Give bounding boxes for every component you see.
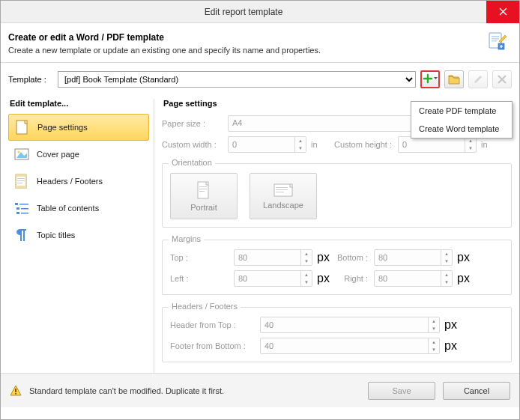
sidebar-title: Edit template... [8,94,149,114]
margin-left-input[interactable]: 80▲▼ [234,270,312,287]
sidebar-item-page-settings[interactable]: Page settings [8,114,149,141]
svg-rect-30 [15,393,16,395]
svg-rect-10 [16,174,26,177]
margin-left-label: Left : [170,274,204,283]
open-folder-button[interactable] [444,70,464,88]
vertical-divider [154,99,154,373]
sidebar-item-topic-titles[interactable]: Topic titles [8,222,149,249]
page-icon [15,120,30,135]
header-section: Create or edit a Word / PDF template Cre… [1,23,519,63]
custom-width-label: Custom width : [162,140,228,149]
svg-rect-17 [16,207,19,210]
template-label: Template : [8,75,53,84]
portrait-icon [196,180,211,200]
pencil-icon [473,74,483,85]
paper-size-label: Paper size : [162,119,228,128]
document-edit-icon [486,31,507,52]
add-template-dropdown: Create PDF template Create Word template [411,101,513,139]
footer-bottom-label: Footer from Bottom : [170,341,260,350]
landscape-button[interactable]: Landscape [250,173,317,219]
svg-rect-27 [276,189,288,190]
svg-rect-24 [199,191,205,192]
close-icon [499,7,507,16]
edit-button [468,70,488,88]
warning-text: Standard template can't be modified. Dup… [29,386,360,395]
pilcrow-icon [14,228,29,243]
svg-point-8 [17,150,19,153]
sidebar-label: Topic titles [37,231,75,240]
image-icon [14,147,29,162]
svg-rect-26 [276,187,288,188]
svg-rect-14 [17,183,22,183]
sidebar-label: Table of contents [37,204,99,213]
toc-icon [14,201,29,216]
group-title: Orientation [169,158,215,167]
margin-bottom-label: Bottom : [329,253,374,262]
svg-rect-16 [19,204,28,205]
title-bar: Edit report template [1,1,519,23]
sidebar-item-toc[interactable]: Table of contents [8,195,149,222]
x-icon [498,75,507,84]
margin-right-input[interactable]: 80▲▼ [374,270,453,287]
group-title: Headers / Footers [169,302,241,311]
margin-top-label: Top : [170,253,204,262]
orientation-group: Orientation Portrait Landscape [162,163,512,228]
svg-rect-3 [492,40,497,42]
header-top-label: Header from Top : [170,320,260,329]
header-top-input[interactable]: 40▲▼ [260,317,440,333]
svg-rect-2 [492,38,499,40]
header-subtitle: Create a new template or update an exist… [8,46,507,55]
svg-rect-12 [17,178,25,179]
sidebar-item-cover-page[interactable]: Cover page [8,141,149,168]
footer-bottom-input[interactable]: 40▲▼ [260,338,440,354]
svg-rect-19 [16,212,19,214]
custom-width-input[interactable]: 0▲▼ [228,136,306,153]
svg-rect-28 [276,192,284,192]
unit-label: in [306,140,323,149]
close-button[interactable] [486,1,519,23]
svg-rect-29 [15,389,16,392]
plus-icon [423,73,438,85]
template-select[interactable]: [pdf] Book Template (Standard) [58,71,416,88]
create-word-item[interactable]: Create Word template [411,120,512,138]
svg-rect-20 [21,213,28,214]
margins-group: Margins Top : 80▲▼ px Bottom : 80▲▼ px L… [162,240,512,295]
sidebar-label: Cover page [37,150,79,159]
margin-right-label: Right : [329,274,374,283]
footer-bar: Standard template can't be modified. Dup… [1,373,519,407]
delete-button [492,70,512,88]
svg-rect-11 [16,186,26,188]
sidebar-item-headers-footers[interactable]: Headers / Footers [8,168,149,195]
margin-bottom-input[interactable]: 80▲▼ [374,249,453,266]
headers-footers-group: Headers / Footers Header from Top : 40▲▼… [162,307,512,362]
window-title: Edit report template [1,7,486,17]
add-template-button[interactable] [420,70,440,88]
margin-top-input[interactable]: 80▲▼ [234,249,312,266]
svg-rect-15 [15,203,18,205]
svg-rect-22 [199,186,207,187]
custom-height-input[interactable]: 0▲▼ [398,136,477,153]
sidebar-label: Page settings [37,123,88,132]
cancel-button[interactable]: Cancel [443,382,510,400]
custom-height-label: Custom height : [323,140,398,149]
folder-icon [448,74,460,85]
template-row: Template : [pdf] Book Template (Standard… [1,63,519,94]
dialog-window: Edit report template Create or edit a Wo… [0,0,520,420]
landscape-icon [273,183,294,198]
save-button: Save [368,382,435,400]
unit-label: in [477,140,493,149]
svg-rect-18 [21,208,28,210]
header-footer-icon [14,174,29,189]
sidebar-label: Headers / Footers [37,177,103,186]
group-title: Margins [169,234,204,243]
sidebar: Edit template... Page settings Cover pag… [8,94,149,373]
warning-icon [10,385,22,397]
portrait-button[interactable]: Portrait [170,173,238,219]
header-title: Create or edit a Word / PDF template [8,32,507,43]
svg-rect-13 [17,180,25,181]
svg-rect-23 [199,189,207,189]
svg-rect-1 [492,36,499,37]
create-pdf-item[interactable]: Create PDF template [411,102,512,120]
